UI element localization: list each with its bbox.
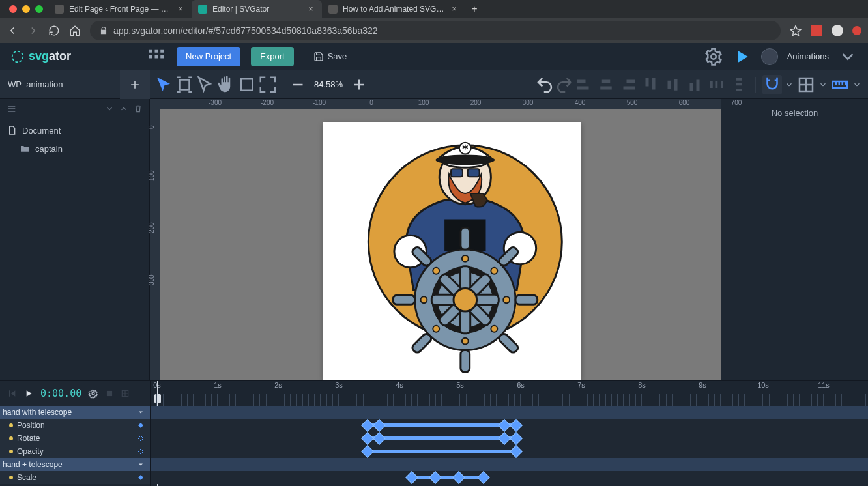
extension-dot-icon[interactable] [852,26,861,35]
zoom-value[interactable]: 84.58% [311,79,345,89]
ruler-toggle-icon[interactable] [830,75,850,94]
track-row[interactable] [151,471,868,484]
close-icon[interactable]: × [450,5,459,14]
align-vcenter-icon[interactable] [663,75,682,94]
svg-rect-13 [600,86,612,89]
artboard[interactable] [323,122,581,380]
timeline-ticks [151,394,868,406]
align-bottom-icon[interactable] [685,75,704,94]
time-tick: 9s [699,381,706,389]
add-keyframe-icon[interactable] [137,474,145,481]
close-icon[interactable]: × [176,5,185,14]
chevron-down-icon[interactable] [137,408,145,416]
reload-icon[interactable] [48,25,60,36]
grid-toggle-icon[interactable] [796,75,816,94]
add-element-button[interactable] [120,70,150,99]
distribute-v-icon[interactable] [729,75,749,94]
browser-tab-wordpress[interactable]: Edit Page ‹ Front Page — WordP… × [48,0,192,18]
chevron-down-icon[interactable] [838,47,858,66]
shape-tool-icon[interactable] [237,75,257,94]
timeline-prop-opacity[interactable]: Opacity [0,445,150,458]
canvas[interactable] [160,109,721,380]
track-row[interactable] [151,419,868,432]
node-tool-icon[interactable] [195,75,215,94]
add-keyframe-icon[interactable] [137,448,145,455]
home-icon[interactable] [69,25,81,36]
align-top-icon[interactable] [641,75,660,94]
new-project-button[interactable]: New Project [177,47,240,66]
prev-frame-icon[interactable] [7,388,17,399]
zoom-out-button[interactable] [288,75,308,94]
star-icon[interactable] [790,25,802,36]
svgator-logo[interactable]: svgator [10,50,71,64]
close-icon[interactable]: × [306,5,315,14]
chevron-down-icon[interactable] [852,75,861,94]
zoom-in-button[interactable] [349,75,369,94]
window-close-icon[interactable] [9,5,17,13]
url-input[interactable]: app.svgator.com/editor/#/57cd677500534d5… [90,21,781,40]
timeline-settings-icon[interactable] [88,388,98,399]
window-maximize-icon[interactable] [35,5,43,13]
timeline-grid-icon[interactable] [121,389,130,398]
browser-tab-svgator[interactable]: Editor | SVGator × [192,0,322,18]
timeline-prop-position[interactable]: Position [0,419,150,432]
redo-icon[interactable] [555,75,574,94]
ruler-vertical[interactable]: 0 100 200 300 [150,109,160,380]
align-right-icon[interactable] [618,75,638,94]
layers-list-icon[interactable] [7,104,17,114]
ruler-tick: 600 [679,99,690,106]
timeline-panel: 0:00.00 0s 1s 2s 3s 4s 5s 6s 7s 8s 9s 10… [0,380,868,486]
back-icon[interactable] [7,25,18,36]
transform-tool-icon[interactable] [175,75,194,94]
settings-gear-icon[interactable] [704,47,723,66]
forward-icon[interactable] [27,25,39,36]
add-keyframe-icon[interactable] [137,435,145,442]
timeline-prop-rotate[interactable]: Rotate [0,432,150,445]
browser-tab-tutorial[interactable]: How to Add Animated SVG to W… × [322,0,465,18]
distribute-h-icon[interactable] [707,75,727,94]
play-preview-icon[interactable] [732,47,752,66]
align-left-icon[interactable] [574,75,594,94]
project-name[interactable]: WP_animation [0,79,120,89]
chevron-down-icon[interactable] [785,75,794,94]
user-avatar-icon[interactable] [761,48,778,65]
new-tab-button[interactable]: + [465,3,484,15]
timeline-prop-scale[interactable]: Scale [0,471,150,484]
timeline-group-hand-plus-telescope[interactable]: hand + telescope [0,458,150,471]
tree-document[interactable]: Document [0,121,149,139]
play-button[interactable] [23,388,34,399]
svg-rect-1 [149,49,152,52]
undo-icon[interactable] [535,75,555,94]
track-row[interactable] [151,445,868,458]
tree-folder-captain[interactable]: captain [0,139,149,158]
timeline-group-hand-telescope[interactable]: hand with telescope [0,406,150,419]
track-row[interactable] [151,406,868,419]
export-button[interactable]: Export [251,47,294,66]
svg-rect-15 [624,86,635,89]
profile-avatar[interactable] [832,25,843,36]
trash-icon[interactable] [134,104,143,113]
track-row[interactable] [151,432,868,445]
add-keyframe-icon[interactable] [137,422,145,429]
chevron-down-icon[interactable] [105,104,114,113]
timeline-tracks[interactable] [150,406,868,486]
chevron-down-icon[interactable] [137,461,145,468]
timeline-rows: hand with telescope Position Rotate Opac… [0,406,868,486]
timeline-marker-icon[interactable] [105,389,114,398]
chevron-up-icon[interactable] [119,104,128,113]
select-tool-icon[interactable] [154,75,173,94]
window-minimize-icon[interactable] [22,5,30,13]
save-button[interactable]: Save [304,47,356,66]
pan-tool-icon[interactable] [216,75,236,94]
fit-tool-icon[interactable] [258,75,278,94]
track-row[interactable] [151,458,868,471]
chevron-down-icon[interactable] [818,75,828,94]
timecode[interactable]: 0:00.00 [40,388,81,399]
timeline-ruler[interactable]: 0s 1s 2s 3s 4s 5s 6s 7s 8s 9s 10s 11s [150,381,868,406]
apps-grid-icon[interactable] [147,47,166,66]
extension-icon[interactable] [811,25,822,36]
snap-magnet-icon[interactable] [762,75,782,94]
user-label[interactable]: Animations [787,51,829,61]
ruler-horizontal[interactable]: -300 -200 -100 0 100 200 300 400 500 600… [150,99,721,109]
align-hcenter-icon[interactable] [596,75,616,94]
